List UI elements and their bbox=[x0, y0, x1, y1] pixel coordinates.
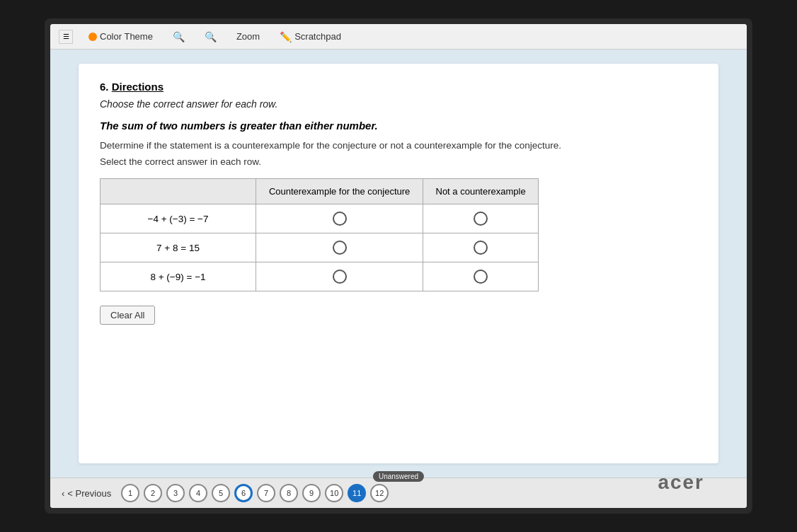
col1-header: Counterexample for the conjecture bbox=[256, 179, 423, 204]
zoom-in-icon: 🔍 bbox=[173, 31, 185, 42]
row-label-1: −4 + (−3) = −7 bbox=[101, 204, 256, 233]
page-btn-4[interactable]: 4 bbox=[189, 484, 207, 502]
row-label-3: 8 + (−9) = −1 bbox=[101, 262, 256, 291]
conjecture-statement: The sum of two numbers is greater than e… bbox=[100, 120, 697, 132]
radio-not-counterexample-3[interactable] bbox=[474, 270, 488, 284]
question-number: 6. Directions bbox=[100, 81, 697, 93]
zoom-out-button[interactable]: 🔍 bbox=[200, 30, 221, 44]
table-row: 7 + 8 = 15 bbox=[101, 233, 539, 262]
chevron-left-icon: ‹ bbox=[62, 488, 64, 499]
radio-counterexample-3[interactable] bbox=[333, 270, 347, 284]
radio-counterexample-1[interactable] bbox=[333, 212, 347, 226]
directions-text: Choose the correct answer for each row. bbox=[100, 98, 697, 110]
page-btn-5[interactable]: 5 bbox=[212, 484, 230, 502]
menu-icon[interactable]: ☰ bbox=[59, 30, 73, 44]
page-btn-12[interactable]: 12 bbox=[370, 484, 389, 502]
unanswered-badge: Unanswered bbox=[373, 471, 424, 482]
scratchpad-label: Scratchpad bbox=[294, 31, 341, 42]
radio-cell-2-2[interactable] bbox=[423, 233, 539, 262]
question-container: 6. Directions Choose the correct answer … bbox=[79, 64, 718, 463]
color-theme-button[interactable]: Color Theme bbox=[84, 30, 157, 43]
answer-table: Counterexample for the conjecture Not a … bbox=[100, 178, 539, 291]
zoom-out-icon: 🔍 bbox=[205, 31, 217, 42]
radio-cell-1-1[interactable] bbox=[256, 204, 423, 233]
directions-label: Directions bbox=[112, 81, 164, 93]
radio-cell-2-1[interactable] bbox=[256, 233, 423, 262]
radio-not-counterexample-1[interactable] bbox=[474, 212, 488, 226]
page-btn-1[interactable]: 1 bbox=[121, 484, 139, 502]
empty-header bbox=[101, 179, 256, 204]
clear-all-button[interactable]: Clear All bbox=[100, 306, 155, 325]
zoom-in-button[interactable]: 🔍 bbox=[168, 30, 189, 44]
page-btn-2[interactable]: 2 bbox=[144, 484, 162, 502]
toolbar: ☰ Color Theme 🔍 🔍 Zoom ✏️ Scratchpad bbox=[50, 24, 747, 50]
monitor-frame: ☰ Color Theme 🔍 🔍 Zoom ✏️ Scratchpad bbox=[45, 18, 752, 514]
scratchpad-icon: ✏️ bbox=[280, 31, 292, 42]
zoom-button[interactable]: Zoom bbox=[232, 30, 264, 43]
zoom-label: Zoom bbox=[236, 31, 260, 42]
row-label-2: 7 + 8 = 15 bbox=[101, 233, 256, 262]
page-btn-11[interactable]: 11 bbox=[348, 484, 366, 502]
radio-not-counterexample-2[interactable] bbox=[474, 241, 488, 255]
instruction-text: Determine if the statement is a countere… bbox=[100, 140, 697, 151]
page-btn-9[interactable]: 9 bbox=[302, 484, 321, 502]
radio-counterexample-2[interactable] bbox=[333, 241, 347, 255]
screen: ☰ Color Theme 🔍 🔍 Zoom ✏️ Scratchpad bbox=[50, 24, 747, 508]
page-btn-6[interactable]: 6 bbox=[234, 484, 253, 502]
select-text: Select the correct answer in each row. bbox=[100, 156, 697, 167]
content-area: 6. Directions Choose the correct answer … bbox=[50, 50, 747, 478]
col2-header: Not a counterexample bbox=[423, 179, 539, 204]
previous-label: < Previous bbox=[67, 488, 111, 499]
radio-cell-3-1[interactable] bbox=[256, 262, 423, 291]
color-theme-label: Color Theme bbox=[100, 31, 153, 42]
color-theme-icon bbox=[88, 33, 97, 41]
page-btn-10[interactable]: 10 bbox=[325, 484, 343, 502]
page-btn-7[interactable]: 7 bbox=[257, 484, 275, 502]
radio-cell-1-2[interactable] bbox=[423, 204, 539, 233]
page-btn-8[interactable]: 8 bbox=[280, 484, 298, 502]
table-row: −4 + (−3) = −7 bbox=[101, 204, 539, 233]
previous-button[interactable]: ‹ < Previous bbox=[62, 488, 111, 499]
page-btn-3[interactable]: 3 bbox=[166, 484, 185, 502]
radio-cell-3-2[interactable] bbox=[423, 262, 539, 291]
bottom-navigation: Unanswered ‹ < Previous 1 2 3 4 5 6 7 8 … bbox=[50, 478, 747, 508]
acer-logo: acer bbox=[658, 471, 704, 494]
table-row: 8 + (−9) = −1 bbox=[101, 262, 539, 291]
scratchpad-button[interactable]: ✏️ Scratchpad bbox=[275, 30, 345, 44]
